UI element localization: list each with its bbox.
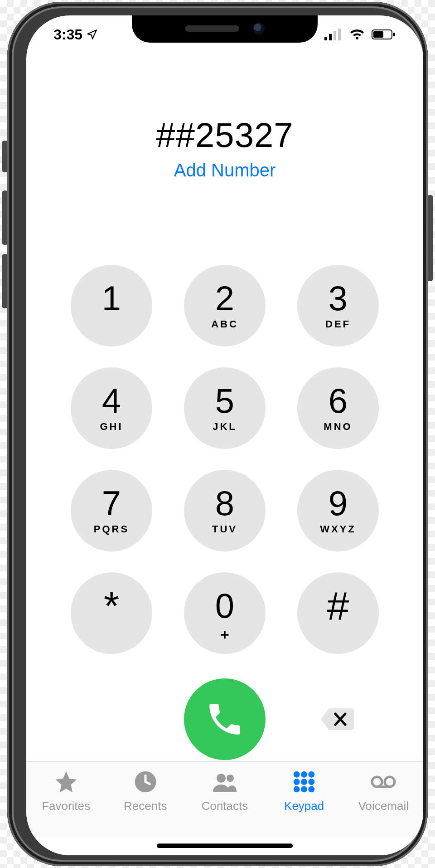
- tab-label: Favorites: [42, 799, 90, 813]
- key-digit: 3: [329, 281, 348, 316]
- key-hash[interactable]: #: [297, 572, 379, 654]
- tab-favorites[interactable]: Favorites: [28, 769, 105, 813]
- svg-point-16: [294, 786, 300, 792]
- key-digit: 7: [102, 486, 121, 521]
- cellular-icon: [324, 29, 343, 40]
- svg-point-8: [217, 774, 226, 783]
- key-1[interactable]: 1: [71, 265, 152, 346]
- key-digit: #: [327, 586, 349, 626]
- key-letters: JKL: [213, 421, 237, 433]
- tab-label: Keypad: [284, 799, 324, 813]
- battery-icon: [372, 29, 396, 40]
- key-star[interactable]: *: [71, 572, 152, 654]
- svg-point-17: [301, 786, 307, 792]
- key-digit: 4: [102, 384, 121, 418]
- key-6[interactable]: 6 MNO: [297, 367, 379, 449]
- key-letters: MNO: [324, 421, 352, 433]
- key-2[interactable]: 2 ABC: [184, 265, 266, 346]
- dialled-number: ##25327: [26, 115, 423, 155]
- key-4[interactable]: 4 GHI: [71, 367, 152, 449]
- tab-label: Voicemail: [358, 799, 409, 813]
- svg-point-11: [301, 771, 307, 778]
- tab-label: Recents: [124, 799, 167, 813]
- tab-keypad[interactable]: Keypad: [266, 769, 343, 813]
- contacts-icon: [212, 769, 237, 795]
- key-9[interactable]: 9 WXYZ: [297, 470, 379, 551]
- svg-point-14: [301, 779, 307, 785]
- svg-point-12: [308, 771, 314, 778]
- voicemail-icon: [371, 769, 396, 795]
- status-time: 3:35: [53, 26, 82, 43]
- clock-icon: [133, 769, 158, 795]
- svg-rect-2: [334, 31, 336, 40]
- key-8[interactable]: 8 TUV: [184, 470, 266, 551]
- call-button[interactable]: [184, 678, 266, 760]
- key-digit: 6: [329, 384, 348, 418]
- star-icon: [53, 769, 79, 795]
- key-letters: GHI: [100, 421, 123, 433]
- wifi-icon: [349, 29, 365, 40]
- keypad-icon: [291, 769, 317, 795]
- key-digit: *: [104, 586, 119, 626]
- screen: 3:35: [26, 15, 423, 855]
- keypad: 1 2 ABC 3 DEF 4 GHI 5 JKL 6 MNO: [26, 265, 423, 654]
- svg-point-18: [308, 786, 314, 792]
- key-letters: TUV: [212, 523, 237, 535]
- svg-point-9: [227, 775, 234, 782]
- key-3[interactable]: 3 DEF: [297, 265, 379, 346]
- key-7[interactable]: 7 PQRS: [71, 470, 152, 551]
- home-indicator[interactable]: [157, 844, 293, 848]
- tab-bar: Favorites Recents Contacts: [26, 761, 423, 837]
- svg-rect-0: [324, 37, 327, 40]
- location-icon: [86, 29, 98, 40]
- phone-icon: [204, 699, 245, 740]
- svg-rect-6: [393, 33, 395, 36]
- key-digit: 1: [102, 281, 121, 316]
- svg-rect-5: [373, 31, 383, 38]
- backspace-icon: [319, 706, 357, 733]
- svg-rect-3: [338, 29, 341, 40]
- svg-point-20: [385, 777, 395, 787]
- key-digit: 5: [215, 384, 234, 418]
- svg-point-10: [294, 771, 300, 778]
- key-letters: PQRS: [94, 523, 129, 535]
- svg-rect-1: [329, 34, 332, 40]
- device-frame: 3:35: [7, 2, 428, 866]
- key-digit: 2: [215, 281, 234, 316]
- add-number-button[interactable]: Add Number: [26, 160, 423, 180]
- tab-recents[interactable]: Recents: [107, 769, 184, 813]
- tab-contacts[interactable]: Contacts: [186, 769, 263, 813]
- svg-point-15: [308, 779, 314, 785]
- svg-point-13: [294, 779, 300, 785]
- svg-point-19: [372, 777, 382, 787]
- tab-voicemail[interactable]: Voicemail: [345, 769, 422, 813]
- key-5[interactable]: 5 JKL: [184, 367, 266, 449]
- key-letters: +: [220, 626, 229, 638]
- hardware-power-button: [427, 195, 433, 281]
- key-letters: WXYZ: [320, 523, 356, 535]
- key-digit: 8: [215, 486, 234, 521]
- key-letters: ABC: [211, 318, 238, 330]
- key-0[interactable]: 0 +: [184, 572, 266, 654]
- delete-button[interactable]: [297, 706, 379, 733]
- key-digit: 0: [215, 589, 234, 623]
- status-bar: 3:35: [26, 15, 423, 54]
- key-digit: 9: [329, 486, 348, 521]
- key-letters: DEF: [325, 318, 351, 330]
- tab-label: Contacts: [202, 799, 248, 813]
- dialled-area: ##25327 Add Number: [26, 115, 423, 180]
